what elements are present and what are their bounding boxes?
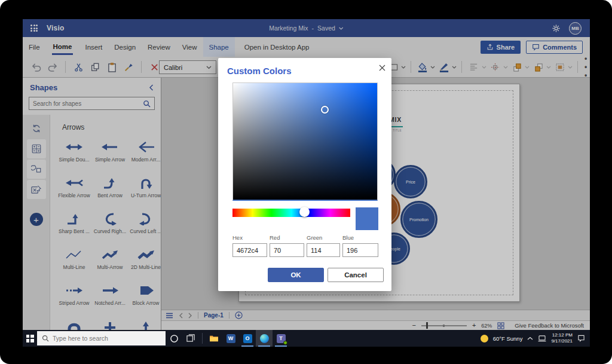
saturation-value-picker[interactable] xyxy=(232,82,378,201)
red-label: Red xyxy=(270,234,304,241)
red-input[interactable] xyxy=(270,243,304,257)
teams-button[interactable]: T xyxy=(273,330,289,347)
teams-icon: T xyxy=(277,334,286,343)
close-dialog-button[interactable] xyxy=(376,62,388,74)
edge-icon xyxy=(260,334,269,343)
windows-taskbar: W O T 60°F Sunny 12:12 PM9/17/2021 xyxy=(23,330,590,347)
hex-input[interactable] xyxy=(232,243,267,257)
hue-slider[interactable] xyxy=(232,209,350,217)
saturation-picker-thumb[interactable] xyxy=(321,106,329,114)
cancel-button[interactable]: Cancel xyxy=(328,268,384,282)
clock[interactable]: 12:12 PM9/17/2021 xyxy=(551,332,573,345)
weather-icon[interactable] xyxy=(481,335,488,342)
ok-button[interactable]: OK xyxy=(268,268,324,282)
word-button[interactable]: W xyxy=(222,330,239,347)
custom-colors-dialog: Custom Colors Hex Red Green Blue OK Canc… xyxy=(218,58,391,291)
screen: Visio Marketing Mix - Saved MB File Home… xyxy=(23,19,590,347)
green-label: Green xyxy=(307,234,340,241)
color-swatch xyxy=(356,207,378,230)
taskbar-search[interactable] xyxy=(37,331,166,345)
device-frame: Visio Marketing Mix - Saved MB File Home… xyxy=(0,0,612,364)
outlook-button[interactable]: O xyxy=(239,330,256,347)
weather-text[interactable]: 60°F Sunny xyxy=(493,335,523,342)
network-icon[interactable] xyxy=(538,335,546,342)
hue-slider-thumb[interactable] xyxy=(299,207,310,217)
file-explorer-button[interactable] xyxy=(206,330,222,347)
windows-logo-icon xyxy=(26,335,34,342)
dialog-title: Custom Colors xyxy=(227,66,292,76)
taskbar-search-input[interactable] xyxy=(53,335,161,342)
hex-label: Hex xyxy=(232,234,267,241)
outlook-icon: O xyxy=(243,334,252,343)
edge-button[interactable] xyxy=(256,330,273,347)
word-icon: W xyxy=(227,334,235,343)
blue-label: Blue xyxy=(342,234,378,241)
cortana-button[interactable] xyxy=(166,330,182,347)
green-input[interactable] xyxy=(307,243,340,257)
tray-expand-icon[interactable] xyxy=(527,337,533,340)
start-button[interactable] xyxy=(23,330,37,347)
task-view-button[interactable] xyxy=(182,330,199,347)
search-icon xyxy=(42,335,49,342)
notification-icon[interactable] xyxy=(577,335,585,342)
blue-input[interactable] xyxy=(342,243,378,257)
